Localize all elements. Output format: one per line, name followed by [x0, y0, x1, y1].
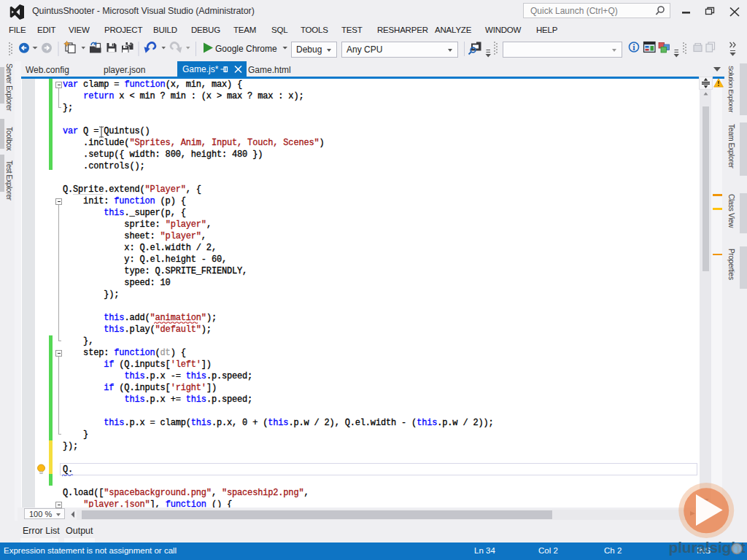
- svg-text:i: i: [632, 42, 635, 52]
